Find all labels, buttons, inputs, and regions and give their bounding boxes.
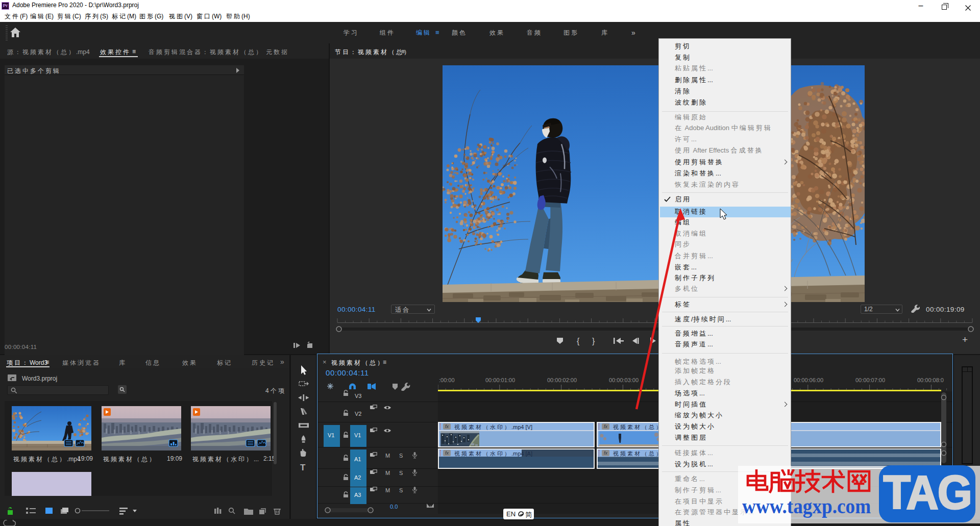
svg-text:{: { [577, 337, 580, 345]
svg-text:T: T [300, 463, 306, 472]
svg-text:}: } [592, 337, 595, 345]
